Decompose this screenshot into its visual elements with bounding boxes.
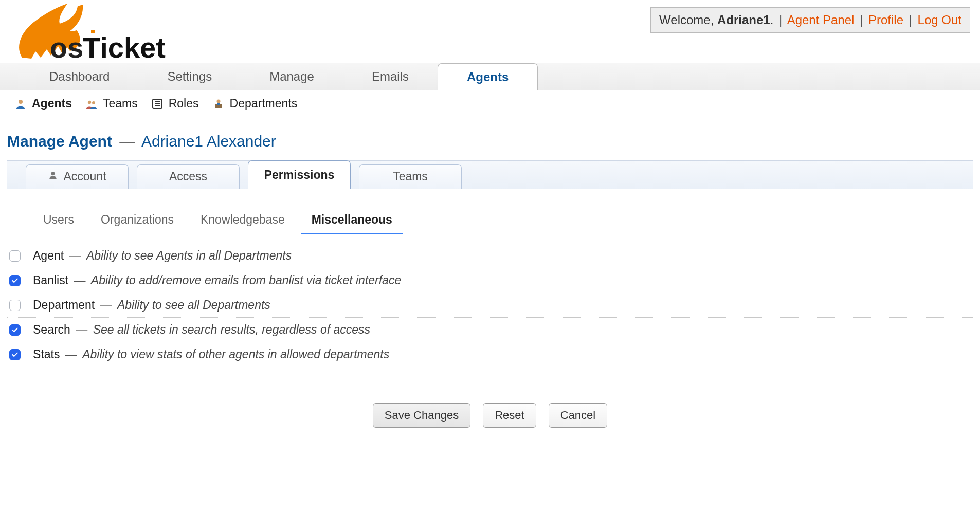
permission-checkbox[interactable] bbox=[9, 349, 21, 360]
permission-row: Department — Ability to see all Departme… bbox=[7, 293, 973, 318]
svg-rect-12 bbox=[217, 103, 220, 105]
agent-panel-link[interactable]: Agent Panel bbox=[787, 13, 855, 27]
current-username: Adriane1 bbox=[717, 13, 770, 27]
permission-checkbox[interactable] bbox=[9, 250, 21, 262]
permission-description: Ability to view stats of other agents in… bbox=[82, 348, 389, 361]
dept-icon bbox=[212, 98, 225, 110]
sub-nav: Agents Teams Roles Departments bbox=[0, 90, 980, 117]
permission-label: Agent — Ability to see Agents in all Dep… bbox=[33, 249, 292, 263]
nav-agents[interactable]: Agents bbox=[438, 63, 538, 90]
list-icon bbox=[151, 98, 164, 110]
permission-checkbox[interactable] bbox=[9, 300, 21, 311]
user-icon bbox=[48, 170, 58, 183]
agent-tabs: Account Access Permissions Teams bbox=[7, 160, 973, 189]
permission-checkbox[interactable] bbox=[9, 324, 21, 336]
perm-tab-users[interactable]: Users bbox=[33, 208, 84, 234]
permission-name: Banlist bbox=[33, 273, 68, 287]
tab-access[interactable]: Access bbox=[137, 164, 240, 189]
user-greeting-box: Welcome, Adriane1. | Agent Panel | Profi… bbox=[650, 7, 970, 33]
permission-checkbox[interactable] bbox=[9, 275, 21, 286]
svg-point-13 bbox=[51, 172, 55, 175]
page-title: Manage Agent — Adriane1 Alexander bbox=[0, 117, 980, 160]
permission-subtabs: Users Organizations Knowledgebase Miscel… bbox=[7, 189, 973, 234]
svg-rect-2 bbox=[91, 30, 95, 33]
svg-point-3 bbox=[19, 100, 23, 104]
svg-text:os: os bbox=[50, 31, 83, 63]
permission-label: Stats — Ability to view stats of other a… bbox=[33, 348, 389, 361]
permission-description: See all tickets in search results, regar… bbox=[93, 323, 370, 336]
page-title-agent-name: Adriane1 Alexander bbox=[141, 133, 276, 150]
subnav-agents[interactable]: Agents bbox=[14, 97, 72, 111]
tab-account[interactable]: Account bbox=[26, 164, 129, 189]
subnav-roles[interactable]: Roles bbox=[151, 97, 199, 111]
logout-link[interactable]: Log Out bbox=[918, 13, 961, 27]
profile-link[interactable]: Profile bbox=[868, 13, 903, 27]
reset-button[interactable]: Reset bbox=[483, 403, 536, 428]
perm-tab-organizations[interactable]: Organizations bbox=[90, 208, 184, 234]
permission-label: Banlist — Ability to add/remove emails f… bbox=[33, 273, 401, 287]
nav-emails[interactable]: Emails bbox=[343, 63, 438, 90]
svg-point-11 bbox=[216, 99, 220, 103]
svg-point-4 bbox=[88, 100, 91, 103]
permission-label: Search — See all tickets in search resul… bbox=[33, 323, 370, 337]
nav-dashboard[interactable]: Dashboard bbox=[21, 63, 138, 90]
nav-settings[interactable]: Settings bbox=[138, 63, 241, 90]
save-button[interactable]: Save Changes bbox=[373, 403, 470, 428]
form-buttons: Save Changes Reset Cancel bbox=[0, 367, 980, 448]
permission-label: Department — Ability to see all Departme… bbox=[33, 298, 270, 312]
permission-name: Agent bbox=[33, 249, 64, 262]
page-title-main: Manage Agent bbox=[7, 133, 112, 150]
nav-manage[interactable]: Manage bbox=[241, 63, 343, 90]
permission-row: Search — See all tickets in search resul… bbox=[7, 318, 973, 342]
permission-name: Department bbox=[33, 298, 95, 312]
subnav-teams[interactable]: Teams bbox=[85, 97, 138, 111]
permission-name: Stats bbox=[33, 348, 60, 361]
permissions-list: Agent — Ability to see Agents in all Dep… bbox=[7, 244, 973, 367]
cancel-button[interactable]: Cancel bbox=[549, 403, 607, 428]
permission-description: Ability to see Agents in all Departments bbox=[86, 249, 292, 262]
osticket-logo: os Ticket bbox=[8, 0, 180, 63]
welcome-text: Welcome, bbox=[659, 13, 717, 27]
permission-row: Agent — Ability to see Agents in all Dep… bbox=[7, 244, 973, 268]
svg-point-5 bbox=[92, 101, 95, 104]
permission-description: Ability to see all Departments bbox=[117, 298, 270, 312]
tab-permissions[interactable]: Permissions bbox=[248, 160, 351, 189]
permission-row: Stats — Ability to view stats of other a… bbox=[7, 342, 973, 367]
permission-row: Banlist — Ability to add/remove emails f… bbox=[7, 268, 973, 293]
agent-icon bbox=[14, 98, 27, 110]
team-icon bbox=[85, 98, 98, 110]
main-nav: Dashboard Settings Manage Emails Agents bbox=[0, 63, 980, 90]
svg-text:Ticket: Ticket bbox=[83, 31, 166, 63]
subnav-departments[interactable]: Departments bbox=[212, 97, 298, 111]
perm-tab-knowledgebase[interactable]: Knowledgebase bbox=[190, 208, 295, 234]
permission-description: Ability to add/remove emails from banlis… bbox=[91, 273, 401, 287]
tab-teams[interactable]: Teams bbox=[359, 164, 462, 189]
perm-tab-miscellaneous[interactable]: Miscellaneous bbox=[301, 208, 403, 234]
permission-name: Search bbox=[33, 323, 70, 336]
